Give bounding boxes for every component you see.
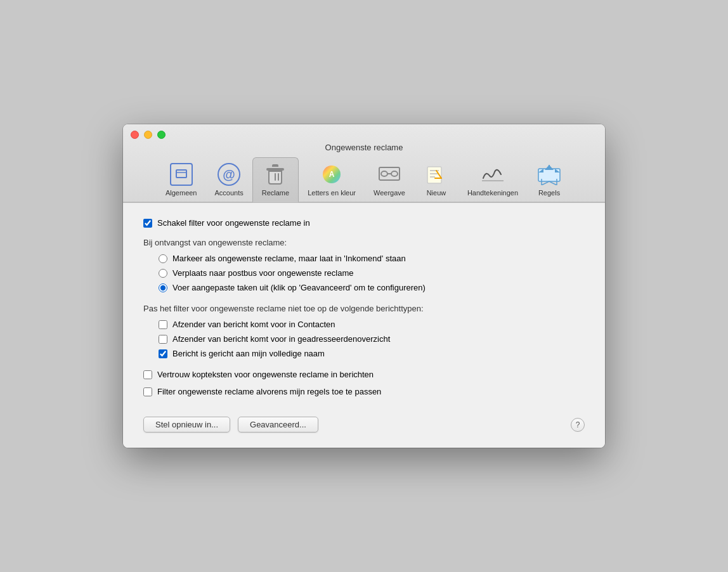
tab-letters-label: Letters en kleur [308,189,356,197]
checkbox-filter-regels[interactable] [143,387,152,396]
tab-reclame-label: Reclame [262,189,289,197]
radio-row-verplaats: Verplaats naar postbus voor ongewenste r… [159,268,585,278]
titlebar: Ongewenste reclame Algemeen @ [123,124,605,202]
tab-weergave-label: Weergave [374,189,405,197]
footer: Stel opnieuw in... Geavanceerd... ? [143,412,585,432]
radio-verplaats-label[interactable]: Verplaats naar postbus voor ongewenste r… [172,268,353,278]
help-button[interactable]: ? [571,418,585,432]
radio-verplaats[interactable] [159,269,167,278]
tab-nieuw-label: Nieuw [427,189,446,197]
svg-text:A: A [329,170,335,179]
tab-letters[interactable]: A Letters en kleur [299,158,365,202]
ontvangst-label: Bij ontvangst van ongewenste reclame: [143,238,585,247]
filter-checkbox-row: Schakel filter voor ongewenste reclame i… [143,218,585,228]
accounts-icon: @ [216,162,242,187]
checkbox-vertrouw-label[interactable]: Vertrouw kopteksten voor ongewenste recl… [157,370,374,379]
radio-markeer[interactable] [159,254,167,263]
checkbox-row-filter-regels: Filter ongewenste reclame alvorens mijn … [143,387,585,396]
regels-icon [536,162,562,187]
bottom-section: Vertrouw kopteksten voor ongewenste recl… [143,370,585,396]
toolbar: Algemeen @ Accounts [157,157,571,202]
checkbox-filter-regels-label[interactable]: Filter ongewenste reclame alvorens mijn … [157,387,381,396]
tab-reclame[interactable]: Reclame [252,157,299,202]
checkbox-contacten[interactable] [159,320,167,329]
tab-weergave[interactable]: Weergave [365,158,414,202]
filter-section: Pas het filter voor ongewenste reclame n… [143,304,585,358]
svg-point-6 [391,171,398,176]
filter-checkbox[interactable] [143,219,152,228]
svg-point-5 [381,171,387,176]
filter-checkbox-group: Afzender van bericht komt voor in Contac… [159,320,585,358]
advanced-button[interactable]: Geavanceerd... [238,417,318,432]
tab-handtekeningen-label: Handtekeningen [467,189,518,197]
tab-algemeen-label: Algemeen [166,189,197,197]
radio-row-voer: Voer aangepaste taken uit (klik op 'Geav… [159,283,585,292]
checkbox-contacten-label[interactable]: Afzender van bericht komt voor in Contac… [172,320,335,329]
tab-accounts[interactable]: @ Accounts [206,158,252,202]
checkbox-vertrouw[interactable] [143,370,152,379]
maximize-button[interactable] [157,131,166,139]
radio-voer[interactable] [159,283,167,292]
filter-label: Pas het filter voor ongewenste reclame n… [143,304,585,313]
radio-voer-label[interactable]: Voer aangepaste taken uit (klik op 'Geav… [172,283,426,292]
algemeen-icon [169,162,194,187]
checkbox-row-volledigeNaam: Bericht is gericht aan mijn volledige na… [159,349,585,358]
tab-accounts-label: Accounts [215,189,244,197]
handtekeningen-icon [480,162,505,187]
ontvangst-section: Bij ontvangst van ongewenste reclame: Ma… [143,238,585,292]
checkbox-volledige-naam[interactable] [159,349,167,358]
reclame-icon [263,162,288,187]
nieuw-icon [424,162,449,187]
checkbox-row-vertrouw: Vertrouw kopteksten voor ongewenste recl… [143,370,585,379]
tab-algemeen[interactable]: Algemeen [157,158,206,202]
checkbox-row-geadresseerd: Afzender van bericht komt voor in geadre… [159,334,585,344]
window-title: Ongewenste reclame [325,143,403,152]
weergave-icon [377,162,402,187]
checkbox-geadresseerd[interactable] [159,335,167,344]
close-button[interactable] [131,131,139,139]
letters-icon: A [319,162,344,187]
tab-regels[interactable]: Regels [527,158,571,202]
tab-handtekeningen[interactable]: Handtekeningen [458,158,527,202]
content-area: Schakel filter voor ongewenste reclame i… [123,202,605,448]
checkbox-volledige-naam-label[interactable]: Bericht is gericht aan mijn volledige na… [172,349,325,358]
checkbox-geadresseerd-label[interactable]: Afzender van bericht komt voor in geadre… [172,334,390,344]
reset-button[interactable]: Stel opnieuw in... [143,417,230,432]
radio-markeer-label[interactable]: Markeer als ongewenste reclame, maar laa… [172,254,406,263]
minimize-button[interactable] [144,131,152,139]
footer-buttons: Stel opnieuw in... Geavanceerd... [143,417,318,432]
radio-group: Markeer als ongewenste reclame, maar laa… [159,254,585,292]
tab-nieuw[interactable]: Nieuw [414,158,458,202]
filter-checkbox-label[interactable]: Schakel filter voor ongewenste reclame i… [157,218,310,228]
checkbox-row-contacten: Afzender van bericht komt voor in Contac… [159,320,585,329]
svg-rect-0 [176,170,186,178]
tab-regels-label: Regels [538,189,560,197]
window-controls [131,131,166,139]
radio-row-markeer: Markeer als ongewenste reclame, maar laa… [159,254,585,263]
main-window: Ongewenste reclame Algemeen @ [123,124,605,448]
